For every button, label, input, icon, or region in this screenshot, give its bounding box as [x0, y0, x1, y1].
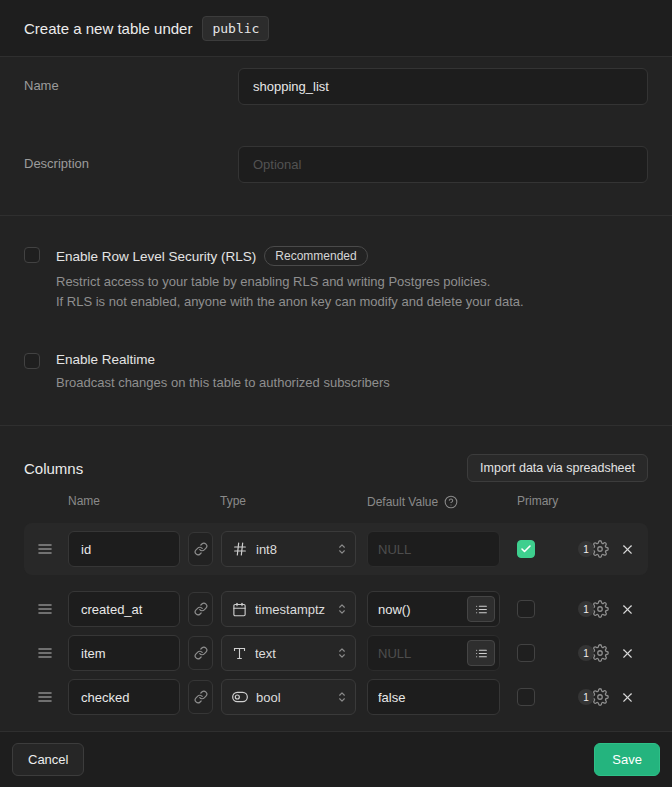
column-name-input[interactable]: [68, 635, 180, 671]
table-info-section: Name Description: [0, 57, 672, 215]
columns-section: Columns Import data via spreadsheet Name…: [0, 425, 672, 731]
column-name-input[interactable]: [68, 679, 180, 715]
create-table-panel: Create a new table under public Name Des…: [0, 0, 672, 787]
toggle-icon: [232, 689, 248, 705]
description-row: Description: [24, 146, 648, 183]
drag-handle-icon[interactable]: [38, 647, 52, 659]
column-default-field: [367, 591, 500, 627]
realtime-description: Broadcast changes on this table to autho…: [56, 373, 390, 393]
column-rows: timestamptz 1: [24, 591, 648, 715]
rls-description-line1: Restrict access to your table by enablin…: [56, 272, 524, 292]
settings-count-badge: 1: [578, 645, 594, 661]
column-default-input[interactable]: [368, 602, 467, 617]
panel-footer: Cancel Save: [0, 731, 672, 787]
realtime-text: Enable Realtime Broadcast changes on thi…: [56, 352, 390, 393]
header-default-label: Default Value: [367, 495, 438, 509]
panel-header: Create a new table under public: [0, 0, 672, 57]
column-settings-button[interactable]: 1: [581, 644, 609, 662]
calendar-icon: [232, 602, 247, 617]
column-name-input[interactable]: [68, 531, 180, 567]
primary-checkbox[interactable]: [517, 644, 535, 662]
drag-handle-icon[interactable]: [38, 543, 52, 555]
column-type-select[interactable]: bool: [221, 679, 356, 715]
settings-count-badge: 1: [578, 601, 594, 617]
help-circle-icon[interactable]: [444, 495, 458, 509]
recommended-badge: Recommended: [264, 246, 367, 266]
realtime-block: Enable Realtime Broadcast changes on thi…: [24, 352, 648, 393]
primary-checkbox[interactable]: [517, 540, 535, 558]
check-icon: [520, 543, 532, 555]
chevron-up-down-icon: [335, 646, 349, 660]
rls-block: Enable Row Level Security (RLS) Recommen…: [24, 246, 648, 312]
columns-title: Columns: [24, 460, 83, 477]
calendar-icon: [232, 602, 247, 617]
table-name-input[interactable]: [238, 68, 648, 105]
primary-column-row-card: int8 1: [24, 523, 648, 575]
delete-column-icon[interactable]: [620, 646, 635, 661]
column-default-field: [367, 531, 500, 567]
primary-cell: [517, 600, 535, 618]
settings-count-badge: 1: [578, 689, 594, 705]
column-name-input[interactable]: [68, 591, 180, 627]
column-settings-button[interactable]: 1: [581, 540, 609, 558]
name-row: Name: [24, 68, 648, 105]
columns-header: Columns Import data via spreadsheet: [24, 454, 648, 482]
panel-title: Create a new table under: [24, 20, 192, 37]
chevron-up-down-icon: [335, 542, 349, 556]
chevron-up-down-icon: [335, 602, 349, 616]
name-label: Name: [24, 68, 238, 105]
delete-column-icon[interactable]: [620, 542, 635, 557]
import-spreadsheet-button[interactable]: Import data via spreadsheet: [467, 454, 648, 482]
foreign-key-link-icon[interactable]: [188, 592, 213, 626]
column-type-label: timestamptz: [255, 602, 327, 617]
column-default-input[interactable]: [368, 646, 467, 661]
rls-description-line2: If RLS is not enabled, anyone with the a…: [56, 292, 524, 312]
default-suggestions-icon[interactable]: [467, 596, 495, 622]
rls-label: Enable Row Level Security (RLS): [56, 249, 256, 264]
primary-cell: [517, 688, 535, 706]
delete-column-icon[interactable]: [620, 690, 635, 705]
column-settings-button[interactable]: 1: [581, 600, 609, 618]
drag-handle-icon[interactable]: [38, 603, 52, 615]
column-default-field: [367, 679, 500, 715]
header-default-value: Default Value: [367, 494, 517, 509]
column-row: text 1: [24, 635, 648, 671]
save-button[interactable]: Save: [594, 743, 660, 776]
column-type-select[interactable]: text: [221, 635, 356, 671]
foreign-key-link-icon[interactable]: [188, 532, 213, 566]
drag-handle-icon[interactable]: [38, 691, 52, 703]
column-row: bool 1: [24, 679, 648, 715]
table-description-input[interactable]: [238, 146, 648, 183]
delete-column-icon[interactable]: [620, 602, 635, 617]
rls-description: Restrict access to your table by enablin…: [56, 272, 524, 312]
column-default-input[interactable]: [368, 690, 499, 705]
header-name: Name: [68, 494, 220, 509]
rls-checkbox[interactable]: [24, 247, 40, 263]
default-suggestions-icon[interactable]: [467, 640, 495, 666]
foreign-key-link-icon[interactable]: [188, 636, 213, 670]
cancel-button[interactable]: Cancel: [12, 743, 84, 776]
primary-cell: [517, 540, 535, 558]
column-row: timestamptz 1: [24, 591, 648, 627]
column-grid-headers: Name Type Default Value Primary: [24, 494, 648, 509]
text-icon: [232, 646, 247, 661]
column-type-label: text: [255, 646, 327, 661]
column-type-select[interactable]: timestamptz: [221, 591, 356, 627]
realtime-label: Enable Realtime: [56, 352, 155, 367]
hash-icon: [232, 541, 248, 557]
toggles-section: Enable Row Level Security (RLS) Recommen…: [0, 215, 672, 425]
toggle-icon: [232, 689, 248, 705]
column-type-label: bool: [256, 690, 327, 705]
text-icon: [232, 646, 247, 661]
column-default-field: [367, 635, 500, 671]
primary-checkbox[interactable]: [517, 688, 535, 706]
chevron-up-down-icon: [335, 690, 349, 704]
realtime-checkbox[interactable]: [24, 353, 40, 369]
column-default-input[interactable]: [368, 542, 499, 557]
column-type-select[interactable]: int8: [221, 531, 356, 567]
foreign-key-link-icon[interactable]: [188, 680, 213, 714]
header-primary: Primary: [517, 494, 558, 509]
column-settings-button[interactable]: 1: [581, 688, 609, 706]
column-type-label: int8: [256, 542, 327, 557]
primary-checkbox[interactable]: [517, 600, 535, 618]
